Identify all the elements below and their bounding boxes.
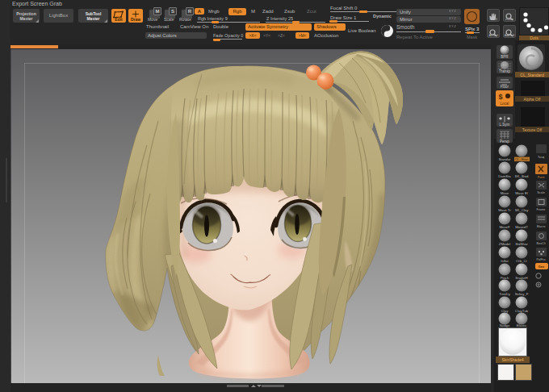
svg-text:SnakeH: SnakeH — [515, 276, 527, 280]
svg-text:TrimDy: TrimDy — [499, 292, 511, 296]
svg-text:BoxCli: BoxCli — [537, 242, 546, 245]
svg-text:Texture Off: Texture Off — [522, 127, 543, 132]
svg-text:Move El: Move El — [515, 191, 528, 195]
svg-text:Geo: Geo — [539, 265, 545, 269]
svg-text:Nudge: Nudge — [500, 323, 510, 327]
svg-text:StdShar: StdShar — [515, 242, 528, 246]
svg-text:Scale: Scale — [537, 191, 545, 194]
svg-text:ZModel: ZModel — [499, 242, 510, 246]
svg-text:Standar: Standar — [498, 157, 511, 161]
svg-text:CL_Stan: CL_Stan — [515, 157, 529, 161]
svg-text:Sefwy_F: Sefwy_F — [515, 292, 529, 296]
svg-text:Touq: Touq — [538, 156, 544, 159]
svg-text:MoveF: MoveF — [499, 225, 510, 229]
svg-text:Inflat: Inflat — [501, 259, 509, 263]
svg-text:Macro: Macro — [537, 225, 546, 228]
svg-text:Elastic: Elastic — [517, 323, 528, 327]
svg-text:Clay: Clay — [501, 309, 509, 313]
svg-text:SK_Clay: SK_Clay — [515, 208, 530, 212]
svg-text:PolFra: PolFra — [536, 258, 546, 261]
svg-text:Pinch: Pinch — [501, 276, 509, 280]
svg-text:SK_Stad: SK_Stad — [515, 174, 530, 178]
svg-text:Orb_Cr: Orb_Cr — [516, 259, 528, 263]
svg-text:Move Tr: Move Tr — [498, 208, 511, 212]
svg-text:Move: Move — [501, 191, 509, 195]
svg-text:MovedT: MovedT — [515, 225, 528, 229]
svg-text:DamSta: DamSta — [498, 174, 511, 178]
svg-text:ClayTub: ClayTub — [515, 309, 528, 313]
svg-text:CL_Standard: CL_Standard — [520, 73, 544, 77]
svg-text:Alpha Off: Alpha Off — [524, 97, 541, 102]
svg-text:Frame: Frame — [537, 208, 546, 211]
svg-text:Paint: Paint — [538, 176, 546, 179]
